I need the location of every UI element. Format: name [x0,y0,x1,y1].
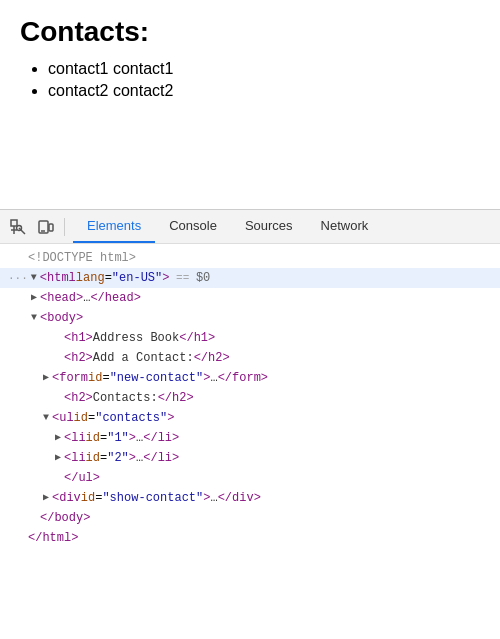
list-item: contact2 contact2 [48,82,480,100]
devtools-tabs: Elements Console Sources Network [73,210,382,243]
tree-line[interactable]: <!DOCTYPE html> [0,248,500,268]
tree-line-html[interactable]: ··· ▼ <html lang = "en-US" > == $0 [0,268,500,288]
svg-rect-5 [49,224,53,231]
tree-line-ul[interactable]: ▼ <ul id = "contacts" > [0,408,500,428]
tree-line-li-1[interactable]: ▶ <li id = "1" > … </li> [0,428,500,448]
device-toolbar-icon[interactable] [32,213,60,241]
tree-line-body[interactable]: ▼ <body> [0,308,500,328]
tree-line-html-close[interactable]: </html> [0,528,500,548]
tree-line-body-close[interactable]: </body> [0,508,500,528]
html-tree: <!DOCTYPE html> ··· ▼ <html lang = "en-U… [0,244,500,552]
contact-list: contact1 contact1 contact2 contact2 [20,60,480,100]
tree-line-ul-close[interactable]: </ul> [0,468,500,488]
devtools-panel: Elements Console Sources Network <!DOCTY… [0,209,500,639]
devtools-content: <!DOCTYPE html> ··· ▼ <html lang = "en-U… [0,244,500,639]
tree-line-h1[interactable]: <h1> Address Book </h1> [0,328,500,348]
tree-line-div-show[interactable]: ▶ <div id = "show-contact" > … </div> [0,488,500,508]
page-title: Contacts: [20,16,480,48]
devtools-toolbar: Elements Console Sources Network [0,210,500,244]
tab-elements[interactable]: Elements [73,210,155,243]
tab-sources[interactable]: Sources [231,210,307,243]
tree-line-head[interactable]: ▶ <head> … </head> [0,288,500,308]
toolbar-divider [64,218,65,236]
tree-line-li-2[interactable]: ▶ <li id = "2" > … </li> [0,448,500,468]
page-content: Contacts: contact1 contact1 contact2 con… [0,0,500,120]
tree-line-h2-add[interactable]: <h2> Add a Contact: </h2> [0,348,500,368]
inspect-element-icon[interactable] [4,213,32,241]
tab-console[interactable]: Console [155,210,231,243]
tab-network[interactable]: Network [307,210,383,243]
svg-rect-0 [11,220,17,226]
tree-line-h2-contacts[interactable]: <h2> Contacts: </h2> [0,388,500,408]
tree-line-form[interactable]: ▶ <form id = "new-contact" > … </form> [0,368,500,388]
list-item: contact1 contact1 [48,60,480,78]
